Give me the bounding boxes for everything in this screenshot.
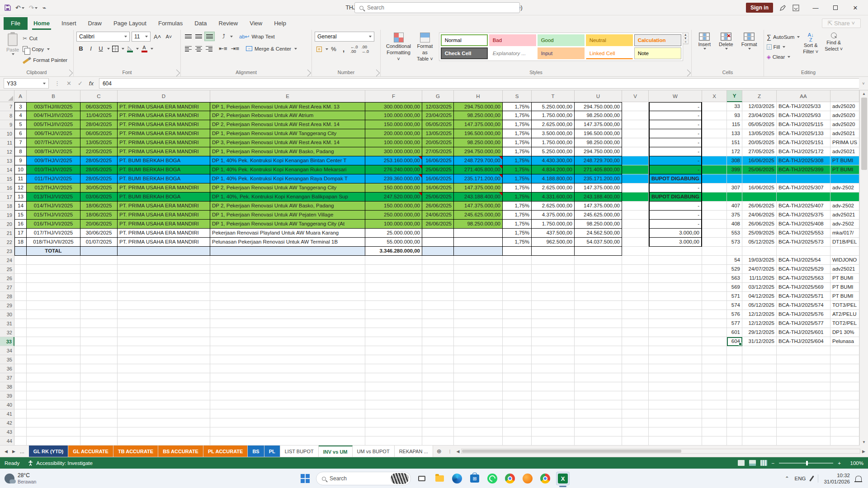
cell-AA12[interactable]: BCA-THJ/2025/172 xyxy=(777,147,830,156)
cancel-icon[interactable]: ✕ xyxy=(66,80,71,87)
cell-G37[interactable] xyxy=(422,373,454,382)
cell-G31[interactable] xyxy=(422,319,454,328)
task-view-icon[interactable] xyxy=(415,472,429,485)
cell-H43[interactable] xyxy=(454,427,503,436)
cell-W15[interactable]: BUPOT DIGABUNG xyxy=(649,174,702,183)
cell-E23[interactable] xyxy=(210,247,365,256)
cell-E27[interactable] xyxy=(210,283,365,292)
row-header-30[interactable]: 30 xyxy=(0,310,14,319)
cell-AA14[interactable]: BCA-THJ/2025/399 xyxy=(777,165,830,174)
language-indicator[interactable]: ENG xyxy=(795,476,806,481)
cell-F10[interactable]: 200.000.000,00 xyxy=(365,129,422,138)
cell-E42[interactable] xyxy=(210,418,365,427)
cell-B40[interactable] xyxy=(27,400,80,409)
cell-E37[interactable] xyxy=(210,373,365,382)
cell-Y29[interactable]: 574 xyxy=(727,301,742,310)
cell-Y42[interactable] xyxy=(727,418,742,427)
cell-B10[interactable]: 006/THJ/V/2025 xyxy=(27,129,80,138)
cell-G24[interactable] xyxy=(422,256,454,265)
cell-Z31[interactable]: 12/12/2025 xyxy=(742,319,777,328)
cell-F7[interactable]: 300.000.000,00 xyxy=(365,102,422,111)
cell-X30[interactable] xyxy=(702,310,727,319)
align-left-icon[interactable] xyxy=(184,44,193,53)
ribbon-display-options-icon[interactable] xyxy=(793,5,799,11)
cell-Z32[interactable]: 29/12/2025 xyxy=(742,328,777,337)
decrease-font-icon[interactable]: A˅ xyxy=(164,32,173,42)
cell-Y35[interactable] xyxy=(727,355,742,364)
excel-icon[interactable]: X xyxy=(556,472,570,485)
merge-center-button[interactable]: ⇔Merge & Center xyxy=(246,44,297,53)
cell-T9[interactable]: 2.625.000,00 xyxy=(532,120,575,129)
autosum-button[interactable]: ∑AutoSum xyxy=(767,33,800,42)
cell-T10[interactable]: 3.500.000,00 xyxy=(532,129,575,138)
cell-D32[interactable] xyxy=(118,328,210,337)
cell-V13[interactable] xyxy=(622,156,649,165)
column-header-W[interactable]: W xyxy=(649,90,702,102)
cell-B32[interactable] xyxy=(27,328,80,337)
cell-E16[interactable]: DP 2, Pekerjaan Renovasi Untuk AW Tangge… xyxy=(210,183,365,192)
cell-C40[interactable] xyxy=(80,400,118,409)
cell-W17[interactable]: BUPOT DIGABUNG xyxy=(649,192,702,202)
cell-H22[interactable] xyxy=(454,238,503,247)
vertical-scrollbar[interactable]: ▲ ▼ xyxy=(859,90,868,446)
cell-T26[interactable] xyxy=(532,274,575,283)
sheet-tab-list-bupot[interactable]: LIST BUPOT xyxy=(280,446,319,457)
cell-D22[interactable]: PT. PRIMA USAHA ERA MANDIRI xyxy=(118,238,210,247)
cell-E29[interactable] xyxy=(210,301,365,310)
cell-E7[interactable]: DP 1, Pekerjaan Renovasi Untuk AW Rest A… xyxy=(210,102,365,111)
cell-F28[interactable] xyxy=(365,292,422,301)
sheet-tab-pl-accurate[interactable]: PL ACCURATE xyxy=(203,446,248,457)
cell-T30[interactable] xyxy=(532,310,575,319)
normal-view-icon[interactable] xyxy=(738,460,745,466)
cell-Z39[interactable] xyxy=(742,391,777,400)
cell-E21[interactable]: Pekerjaan Renovasi Playland Untuk AW Mua… xyxy=(210,229,365,238)
cell-B41[interactable] xyxy=(27,409,80,418)
cell-A20[interactable]: 16 xyxy=(14,220,27,229)
sort-filter-button[interactable]: A↓Z Sort &Filter ˅ xyxy=(800,32,821,56)
cell-G26[interactable] xyxy=(422,274,454,283)
cell-Y22[interactable]: 573 xyxy=(727,238,742,247)
cell-H32[interactable] xyxy=(454,328,503,337)
cell-D43[interactable] xyxy=(118,427,210,436)
cell-E22[interactable]: Pelunasan Pekerjaan Renovasi Untuk AW Te… xyxy=(210,238,365,247)
clear-button[interactable]: ◈Clear xyxy=(767,52,800,61)
formula-input[interactable]: 604 xyxy=(99,78,859,89)
cell-V36[interactable] xyxy=(622,364,649,373)
cell-D18[interactable]: PT. PRIMA USAHA ERA MANDIRI xyxy=(118,202,210,211)
cell-AB12[interactable]: adv25021 xyxy=(830,147,859,156)
cell-S35[interactable] xyxy=(503,355,532,364)
align-middle-icon[interactable] xyxy=(194,32,203,41)
cell-S19[interactable]: 1,75% xyxy=(503,211,532,220)
row-header-19[interactable]: 19 xyxy=(0,211,14,220)
cell-F43[interactable] xyxy=(365,427,422,436)
cell-Y27[interactable]: 569 xyxy=(727,283,742,292)
cell-Y7[interactable]: 33 xyxy=(727,102,742,111)
align-top-icon[interactable] xyxy=(184,32,193,41)
column-header-T[interactable]: T xyxy=(532,90,575,102)
cell-D9[interactable]: PT. PRIMA USAHA ERA MANDIRI xyxy=(118,120,210,129)
cell-W16[interactable]: - xyxy=(649,183,702,192)
taskbar-weather[interactable]: 28°CBerawan xyxy=(0,473,99,484)
cell-F40[interactable] xyxy=(365,400,422,409)
cell-H36[interactable] xyxy=(454,364,503,373)
cell-S18[interactable]: 1,75% xyxy=(503,202,532,211)
cell-T29[interactable] xyxy=(532,301,575,310)
cell-G30[interactable] xyxy=(422,310,454,319)
row-header-41[interactable]: 41 xyxy=(0,409,14,418)
cell-E38[interactable] xyxy=(210,382,365,391)
cell-G23[interactable] xyxy=(422,247,454,256)
increase-font-icon[interactable]: A˄ xyxy=(152,32,162,42)
column-header-S[interactable]: S xyxy=(503,90,532,102)
cell-T17[interactable]: 4.331.600,00 xyxy=(532,192,575,202)
cell-B35[interactable] xyxy=(27,355,80,364)
cell-F17[interactable]: 247.520.000,00 xyxy=(365,192,422,202)
cell-U13[interactable]: 248.729.700,00 xyxy=(575,156,622,165)
cell-S12[interactable]: 1,75% xyxy=(503,147,532,156)
cell-S24[interactable] xyxy=(503,256,532,265)
page-layout-view-icon[interactable] xyxy=(749,460,756,466)
cell-A11[interactable]: 7 xyxy=(14,138,27,147)
cell-H19[interactable]: 245.625.000,00 xyxy=(454,211,503,220)
cell-B29[interactable] xyxy=(27,301,80,310)
cell-S25[interactable] xyxy=(503,265,532,274)
cell-A31[interactable] xyxy=(14,319,27,328)
